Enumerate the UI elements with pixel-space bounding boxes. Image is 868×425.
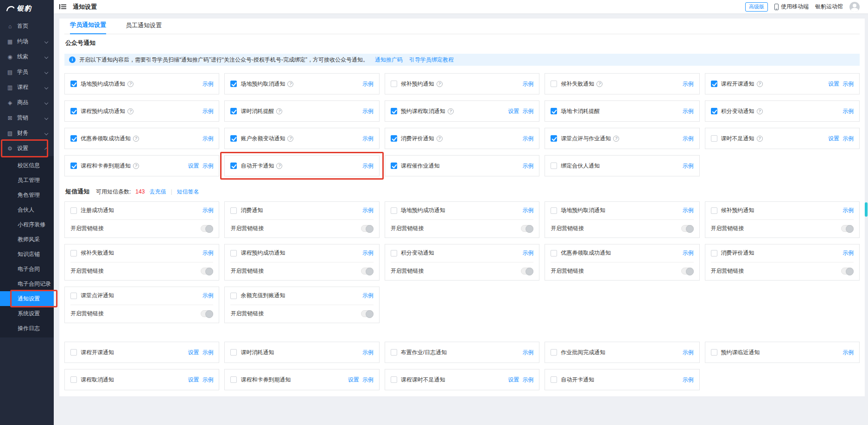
question-icon[interactable] <box>613 136 619 142</box>
settings-link[interactable]: 设置 <box>348 376 359 384</box>
toggle-switch[interactable] <box>201 268 213 275</box>
submenu-item-电子合同[interactable]: 电子合同 <box>0 262 54 276</box>
submenu-item-知识店铺[interactable]: 知识店铺 <box>0 247 54 262</box>
example-link[interactable]: 示例 <box>843 349 854 356</box>
settings-link[interactable]: 设置 <box>188 349 199 356</box>
scrollbar-thumb[interactable] <box>865 202 868 217</box>
question-icon[interactable] <box>127 81 133 87</box>
sms-signature-link[interactable]: 短信签名 <box>177 188 199 196</box>
checkbox[interactable] <box>391 207 397 214</box>
checkbox[interactable] <box>230 349 237 356</box>
question-icon[interactable] <box>757 81 763 87</box>
sidebar-item-首页[interactable]: ⌂ 首页 <box>0 19 54 34</box>
checkbox[interactable] <box>230 207 237 214</box>
example-link[interactable]: 示例 <box>362 80 374 88</box>
example-link[interactable]: 示例 <box>683 162 694 170</box>
toggle-switch[interactable] <box>361 310 374 317</box>
checkbox[interactable] <box>391 81 397 87</box>
checkbox[interactable] <box>230 376 237 383</box>
question-icon[interactable] <box>757 108 763 114</box>
sidebar-item-财务[interactable]: ▧ 财务 <box>0 125 54 141</box>
checkbox[interactable] <box>70 250 77 256</box>
question-icon[interactable] <box>757 136 763 142</box>
checkbox[interactable] <box>391 349 397 356</box>
example-link[interactable]: 示例 <box>202 162 213 170</box>
submenu-item-操作日志[interactable]: 操作日志 <box>0 321 54 336</box>
version-badge[interactable]: 高级版 <box>745 2 768 12</box>
sidebar-item-线索[interactable]: ◉ 线索 <box>0 49 54 64</box>
checkbox[interactable] <box>391 376 397 383</box>
submenu-item-系统设置[interactable]: 系统设置 <box>0 306 54 321</box>
submenu-item-合伙人[interactable]: 合伙人 <box>0 202 54 217</box>
example-link[interactable]: 示例 <box>362 249 374 257</box>
submenu-item-角色管理[interactable]: 角色管理 <box>0 188 54 202</box>
toggle-switch[interactable] <box>841 268 854 275</box>
example-link[interactable]: 示例 <box>362 206 374 214</box>
toggle-switch[interactable] <box>361 268 374 275</box>
settings-link[interactable]: 设置 <box>188 376 199 384</box>
checkbox[interactable] <box>711 207 717 214</box>
sidebar-item-商品[interactable]: ◈ 商品 <box>0 95 54 110</box>
example-link[interactable]: 示例 <box>522 135 533 143</box>
toggle-switch[interactable] <box>361 225 374 232</box>
checkbox[interactable] <box>551 250 557 256</box>
submenu-item-通知设置[interactable]: 通知设置 <box>0 291 54 306</box>
example-link[interactable]: 示例 <box>843 249 854 257</box>
example-link[interactable]: 示例 <box>522 206 533 214</box>
settings-link[interactable]: 设置 <box>508 376 519 384</box>
checkbox[interactable] <box>230 81 237 87</box>
question-icon[interactable] <box>276 108 282 114</box>
toggle-switch[interactable] <box>201 225 213 232</box>
settings-link[interactable]: 设置 <box>828 80 839 88</box>
example-link[interactable]: 示例 <box>202 292 213 300</box>
checkbox[interactable] <box>230 162 237 169</box>
example-link[interactable]: 示例 <box>522 107 533 115</box>
example-link[interactable]: 示例 <box>362 292 374 300</box>
settings-link[interactable]: 设置 <box>508 107 519 115</box>
use-mobile-link[interactable]: 使用移动端 <box>774 3 809 11</box>
tab-student-notifications[interactable]: 学员通知设置 <box>70 21 106 34</box>
checkbox[interactable] <box>70 81 77 87</box>
submenu-item-小程序装修[interactable]: 小程序装修 <box>0 217 54 232</box>
submenu-item-员工管理[interactable]: 员工管理 <box>0 173 54 188</box>
example-link[interactable]: 示例 <box>843 80 854 88</box>
checkbox[interactable] <box>711 250 717 256</box>
checkbox[interactable] <box>230 135 237 142</box>
checkbox[interactable] <box>551 207 557 214</box>
checkbox[interactable] <box>70 135 77 142</box>
question-icon[interactable] <box>596 81 602 87</box>
example-link[interactable]: 示例 <box>202 206 213 214</box>
example-link[interactable]: 示例 <box>522 249 533 257</box>
sidebar-item-约场[interactable]: ▦ 约场 <box>0 34 54 49</box>
example-link[interactable]: 示例 <box>522 80 533 88</box>
example-link[interactable]: 示例 <box>683 80 694 88</box>
checkbox[interactable] <box>391 250 397 256</box>
binding-tutorial-link[interactable]: 引导学员绑定教程 <box>409 56 454 64</box>
example-link[interactable]: 示例 <box>843 107 854 115</box>
sidebar-item-学员[interactable]: ▤ 学员 <box>0 64 54 80</box>
checkbox[interactable] <box>70 108 77 114</box>
checkbox[interactable] <box>70 376 77 383</box>
checkbox[interactable] <box>70 293 77 299</box>
checkbox[interactable] <box>711 81 717 87</box>
checkbox[interactable] <box>391 135 397 142</box>
example-link[interactable]: 示例 <box>362 107 374 115</box>
toggle-switch[interactable] <box>841 225 854 232</box>
submenu-item-教师风采[interactable]: 教师风采 <box>0 232 54 247</box>
question-icon[interactable] <box>448 108 454 114</box>
example-link[interactable]: 示例 <box>202 80 213 88</box>
example-link[interactable]: 示例 <box>202 376 213 384</box>
checkbox[interactable] <box>711 349 717 356</box>
checkbox[interactable] <box>711 135 717 142</box>
sidebar-item-营销[interactable]: ⊠ 营销 <box>0 110 54 125</box>
checkbox[interactable] <box>551 108 557 114</box>
example-link[interactable]: 示例 <box>683 135 694 143</box>
question-icon[interactable] <box>437 136 443 142</box>
collapse-menu-icon[interactable] <box>59 4 66 10</box>
example-link[interactable]: 示例 <box>843 135 854 143</box>
example-link[interactable]: 示例 <box>522 376 533 384</box>
settings-link[interactable]: 设置 <box>188 162 199 170</box>
question-icon[interactable] <box>437 81 443 87</box>
checkbox[interactable] <box>391 108 397 114</box>
submenu-item-校区信息[interactable]: 校区信息 <box>0 158 54 173</box>
